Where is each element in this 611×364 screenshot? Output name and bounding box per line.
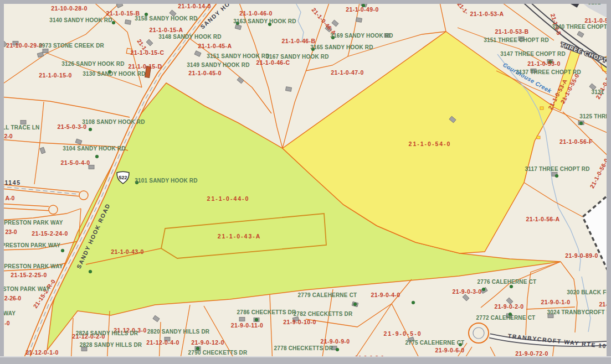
map-label: 21-1-0-15-C xyxy=(130,49,164,56)
building-icon xyxy=(356,18,362,23)
building-icon xyxy=(43,49,48,53)
map-label: 3151 THREE CHOPT RD xyxy=(484,37,549,43)
map-label: 21-9-0-11-0 xyxy=(231,322,264,329)
map-label: 3126 SANDY HOOK RD xyxy=(61,61,124,67)
yellow-dot xyxy=(537,136,540,139)
map-label: 3101 SANDY HOOK RD xyxy=(135,178,197,184)
map-label: 2824 SANDY HILLS DR xyxy=(76,330,138,336)
map-label: 21-1-0-45-0 xyxy=(188,70,221,76)
map-label: 2779 CALEHERNE CT xyxy=(298,292,357,298)
cul-de-sac xyxy=(79,191,88,200)
map-label: 21-12-0-4-0 xyxy=(146,339,179,346)
map-label: 3147 THREE CHOPT RD xyxy=(500,51,566,57)
map-canvas[interactable]: 21-10-0-28-021-1-0-14-021-1-0-46-021-1-0… xyxy=(0,0,611,364)
map-label: 21-1-0-44-0 xyxy=(207,195,250,202)
map-label: 21-1-0-53-B xyxy=(495,28,528,35)
cul-de-sac xyxy=(49,205,58,214)
map-label: 3108 SANDY HOOK RD xyxy=(82,119,145,125)
building-icon xyxy=(125,20,131,25)
map-label: PRESTON PARK WAY xyxy=(2,242,60,248)
map-label: 2772 CALEHERNE CT xyxy=(476,315,536,321)
map-label: 21-1-0-15-D xyxy=(128,63,162,70)
map-label: 3125 THREE CHOPT RD xyxy=(579,113,611,119)
map-label: 2790 CHECKETTS DR xyxy=(188,350,248,356)
tree-icon xyxy=(255,318,258,321)
map-label: 21-1-0-47-0 xyxy=(331,69,363,76)
map-label: WAY xyxy=(3,310,16,316)
map-label: 2973 STONE CREEK DR xyxy=(39,43,105,49)
map-label: 2782 CHECKETTS DR xyxy=(294,311,353,317)
map-label: 2786 CHECKETTS DR xyxy=(237,309,296,315)
map-label: 21-1-0-46-C xyxy=(256,59,290,66)
map-label: 1145 xyxy=(4,179,20,186)
map-label: 2820 SANDY HILLS DR xyxy=(147,329,210,335)
tree-icon xyxy=(336,348,339,351)
yellow-dot xyxy=(540,107,543,110)
map-label: 3131 xyxy=(591,89,604,95)
map-label: 21-12-0-1-0 xyxy=(25,349,58,356)
map-label: 2776 CALEHERNE CT xyxy=(477,279,537,285)
map-label: 23-0 xyxy=(5,228,17,235)
tree-icon xyxy=(89,128,92,131)
map-label: 3140 SANDY HOOK RD xyxy=(49,17,112,23)
map-label: MILL TRACE LN xyxy=(0,124,40,131)
map-label: PRESTON PARK WAY xyxy=(0,286,50,292)
map-label: 21-10-0-28-0 xyxy=(51,5,88,12)
caleherne-cul-de-sac xyxy=(469,323,489,343)
map-label: 1 PRESTON PARK WAY xyxy=(0,263,63,269)
map-label: 3140 THREE CHOPT RD xyxy=(552,24,611,30)
tree-icon xyxy=(555,174,558,178)
map-label: 3149 SANDY HOOK RD xyxy=(187,62,249,68)
map-label: 21-1-0-54-0 xyxy=(409,141,451,147)
map-label: 21-1-0-43-0 xyxy=(111,248,143,255)
map-label: 21-1-0-46-B xyxy=(281,38,315,44)
map-label: 3167 SANDY HOOK RD xyxy=(266,54,328,60)
map-label: 21-9-0-10-0 xyxy=(283,319,316,325)
map-label: 21-9-0-72-0 xyxy=(515,350,548,357)
tree-icon xyxy=(579,122,583,125)
map-label: 3165 SANDY HOOK RD xyxy=(310,44,373,50)
map-label: 21-9-0-5-0 xyxy=(383,330,422,337)
map-label: -0 xyxy=(4,320,9,326)
map-label: 21-1-0-49-0 xyxy=(346,6,378,13)
map-label: 21-1-0-56-F xyxy=(559,138,593,145)
tree-icon xyxy=(353,303,357,306)
tree-icon xyxy=(412,301,415,304)
map-label: 21-9-0-6-0 xyxy=(435,347,464,353)
map-label: 2778 CHECKETTS DR xyxy=(274,345,333,351)
map-label: 2 PRESTON PARK WAY xyxy=(0,220,63,226)
map-label: 2775 CALEHERNE CT xyxy=(405,340,465,346)
building-icon xyxy=(20,121,26,124)
map-label: 21-5-0-4-0 xyxy=(60,159,90,166)
route-number: 522 xyxy=(119,175,127,180)
map-label: 3163 SANDY HOOK RD xyxy=(233,18,296,24)
map-label: 21-1-0-46-0 xyxy=(239,10,272,17)
parcel-map-viewer: 21-10-0-28-021-1-0-14-021-1-0-46-021-1-0… xyxy=(0,0,611,364)
map-label: 21-1-0-43-A xyxy=(218,233,261,240)
map-label: 21-15-2-25-0 xyxy=(11,272,47,278)
map-label: 21-1-0-56-A xyxy=(526,216,559,222)
map-label: 2-0 xyxy=(4,133,12,139)
map-label: 21-9-0-2-0 xyxy=(494,303,523,310)
map-label: 21-1-0-53-0 xyxy=(527,60,560,67)
map-label: 3169 SANDY HOOK RD xyxy=(330,33,393,39)
map-label: 3104 SANDY HOOK RD xyxy=(63,145,125,152)
map-label: 2828 SANDY HILLS DR xyxy=(80,342,142,348)
map-label: 21-9-0-1-0 xyxy=(541,299,570,305)
map-label: 3020 BLACK FRI xyxy=(567,289,611,295)
tree-icon xyxy=(89,270,92,273)
tree-icon xyxy=(95,155,99,158)
map-label: 21-9-0-12-0 xyxy=(191,339,224,346)
tree-icon xyxy=(61,249,64,252)
map-label: 3130 SANDY HOOK RD xyxy=(83,71,145,77)
tree-icon xyxy=(510,285,513,288)
tree-icon xyxy=(112,21,115,24)
map-label: 21-9-0-89-0 xyxy=(565,252,598,259)
map-label: 3151 SANDY HOOK RD xyxy=(207,53,269,59)
map-label: 21-9-0-9-0 xyxy=(320,338,350,345)
map-label: 3024 TRANBYCROFT W xyxy=(547,309,611,315)
map-label: 21-1-0-15-0 xyxy=(39,72,71,79)
building-icon xyxy=(285,87,291,92)
tree-icon xyxy=(482,288,485,291)
map-label: 21-15-2-24-0 xyxy=(32,230,68,237)
